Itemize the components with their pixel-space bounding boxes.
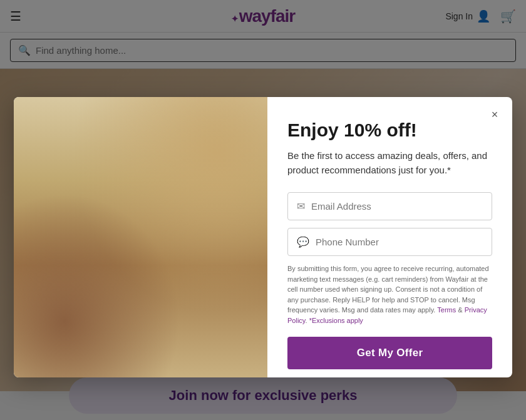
page-wrapper: ☰ ✦wayfair Sign In 👤 🛒 🔍 Join now for <box>0 0 526 420</box>
modal-image-inner <box>14 97 267 377</box>
modal-image <box>14 97 267 377</box>
modal-subtitle: Be the first to access amazing deals, of… <box>287 149 492 177</box>
modal-title: Enjoy 10% off! <box>287 120 492 140</box>
terms-link[interactable]: Terms <box>437 306 456 314</box>
modal-close-button[interactable]: × <box>486 106 503 123</box>
phone-icon: 💬 <box>297 236 309 248</box>
modal-content: × Enjoy 10% off! Be the first to access … <box>267 97 512 377</box>
email-input[interactable] <box>311 201 483 212</box>
phone-input-group: 💬 <box>287 228 492 256</box>
phone-input[interactable] <box>316 237 483 247</box>
get-offer-button[interactable]: Get My Offer <box>287 337 492 369</box>
exclusions-link[interactable]: *Exclusions apply <box>309 317 363 324</box>
legal-text: By submitting this form, you agree to re… <box>287 264 492 325</box>
email-icon: ✉ <box>297 200 305 212</box>
email-input-group: ✉ <box>287 192 492 220</box>
signup-modal: × Enjoy 10% off! Be the first to access … <box>14 97 512 377</box>
